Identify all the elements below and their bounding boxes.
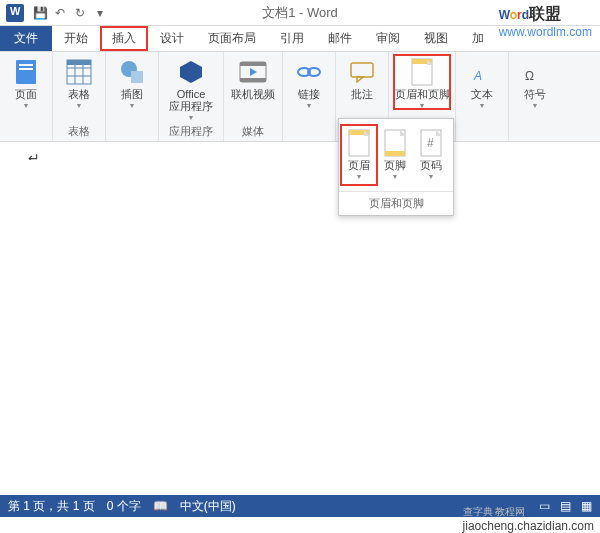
- shapes-icon: [118, 58, 146, 86]
- svg-text:Ω: Ω: [525, 69, 534, 83]
- illustrations-button[interactable]: 插图 ▾: [110, 54, 154, 110]
- svg-rect-10: [131, 71, 143, 83]
- online-video-label: 联机视频: [231, 88, 275, 100]
- page-number-icon: #: [420, 129, 442, 157]
- pages-label: 页面: [15, 88, 37, 100]
- header-footer-icon: [408, 58, 436, 86]
- svg-marker-15: [250, 68, 257, 76]
- status-proofing-icon[interactable]: 📖: [153, 499, 168, 513]
- tab-mailings[interactable]: 邮件: [316, 26, 364, 51]
- group-links: 链接 ▾: [283, 52, 336, 141]
- tab-layout[interactable]: 页面布局: [196, 26, 268, 51]
- brand-url-text: www.wordlm.com: [499, 25, 592, 39]
- tables-group-label: 表格: [68, 122, 90, 141]
- chevron-down-icon: ▾: [130, 101, 134, 110]
- chevron-down-icon: ▾: [393, 172, 397, 181]
- header-footer-dropdown: 页眉 ▾ 页脚 ▾ # 页码 ▾ 页眉和页脚: [338, 118, 454, 216]
- chevron-down-icon: ▾: [307, 101, 311, 110]
- svg-marker-11: [180, 61, 202, 83]
- links-label: 链接: [298, 88, 320, 100]
- svg-rect-18: [351, 63, 373, 77]
- tab-insert[interactable]: 插入: [100, 26, 148, 51]
- dropdown-header-button[interactable]: 页眉 ▾: [341, 125, 377, 185]
- group-symbols: Ω 符号 ▾: [509, 52, 561, 141]
- dropdown-pagenum-button[interactable]: # 页码 ▾: [413, 125, 449, 185]
- tab-design[interactable]: 设计: [148, 26, 196, 51]
- chevron-down-icon: ▾: [24, 101, 28, 110]
- dropdown-header-label: 页眉: [348, 159, 370, 171]
- pages-button[interactable]: 页面 ▾: [4, 54, 48, 110]
- link-icon: [295, 58, 323, 86]
- group-apps: Office应用程序 ▾ 应用程序: [159, 52, 224, 141]
- tab-review[interactable]: 审阅: [364, 26, 412, 51]
- table-button[interactable]: 表格 ▾: [57, 54, 101, 110]
- status-words[interactable]: 0 个字: [107, 498, 141, 515]
- tab-references[interactable]: 引用: [268, 26, 316, 51]
- symbols-button[interactable]: Ω 符号 ▾: [513, 54, 557, 110]
- comments-label: 批注: [351, 88, 373, 100]
- qat-undo-icon[interactable]: ↶: [50, 3, 70, 23]
- group-text: A 文本 ▾: [456, 52, 509, 141]
- office-apps-icon: [177, 58, 205, 86]
- ribbon: 页面 ▾ 表格 ▾ 表格 插图 ▾: [0, 52, 600, 142]
- page-footer-icon: [384, 129, 406, 157]
- illustrations-label: 插图: [121, 88, 143, 100]
- chevron-down-icon: ▾: [420, 101, 424, 110]
- svg-marker-19: [357, 77, 363, 82]
- chevron-down-icon: ▾: [357, 172, 361, 181]
- title-bar: 💾 ↶ ↻ ▾ 文档1 - Word Word联盟 www.wordlm.com: [0, 0, 600, 26]
- comments-button[interactable]: 批注: [340, 54, 384, 100]
- group-tables: 表格 ▾ 表格: [53, 52, 106, 141]
- comment-icon: [348, 58, 376, 86]
- tab-file[interactable]: 文件: [0, 26, 52, 51]
- chevron-down-icon: ▾: [480, 101, 484, 110]
- group-pages: 页面 ▾: [0, 52, 53, 141]
- chevron-down-icon: ▾: [77, 101, 81, 110]
- chevron-down-icon: ▾: [429, 172, 433, 181]
- dropdown-footer-button[interactable]: 页脚 ▾: [377, 125, 413, 185]
- table-label: 表格: [68, 88, 90, 100]
- footer-watermark: 查字典 教程网jiaocheng.chazidian.com: [463, 505, 594, 533]
- svg-text:A: A: [473, 69, 482, 83]
- header-footer-button[interactable]: 页眉和页脚 ▾: [393, 54, 451, 110]
- text-label: 文本: [471, 88, 493, 100]
- status-language[interactable]: 中文(中国): [180, 498, 236, 515]
- qat-more-icon[interactable]: ▾: [90, 3, 110, 23]
- tab-start[interactable]: 开始: [52, 26, 100, 51]
- office-apps-label: Office应用程序: [169, 88, 213, 112]
- page-header-icon: [348, 129, 370, 157]
- online-video-button[interactable]: 联机视频: [228, 54, 278, 100]
- svg-text:#: #: [427, 136, 434, 150]
- svg-rect-8: [67, 60, 91, 65]
- text-icon: A: [468, 58, 496, 86]
- office-apps-button[interactable]: Office应用程序 ▾: [163, 54, 219, 122]
- symbols-label: 符号: [524, 88, 546, 100]
- omega-icon: Ω: [521, 58, 549, 86]
- svg-rect-2: [19, 68, 33, 70]
- header-footer-label: 页眉和页脚: [395, 88, 450, 100]
- svg-rect-14: [240, 78, 266, 82]
- dropdown-footer-label: 页脚: [384, 159, 406, 171]
- video-icon: [239, 58, 267, 86]
- qat-save-icon[interactable]: 💾: [30, 3, 50, 23]
- links-button[interactable]: 链接 ▾: [287, 54, 331, 110]
- brand-word-text: Word: [499, 5, 529, 22]
- chevron-down-icon: ▾: [189, 113, 193, 122]
- dropdown-group-label: 页眉和页脚: [339, 191, 453, 215]
- apps-group-label: 应用程序: [169, 122, 213, 141]
- chevron-down-icon: ▾: [533, 101, 537, 110]
- dropdown-pagenum-label: 页码: [420, 159, 442, 171]
- table-icon: [65, 58, 93, 86]
- group-media: 联机视频 媒体: [224, 52, 283, 141]
- media-group-label: 媒体: [242, 122, 264, 141]
- group-illustrations: 插图 ▾: [106, 52, 159, 141]
- tab-view[interactable]: 视图: [412, 26, 460, 51]
- qat-redo-icon[interactable]: ↻: [70, 3, 90, 23]
- status-page[interactable]: 第 1 页，共 1 页: [8, 498, 95, 515]
- watermark-brand: Word联盟 www.wordlm.com: [491, 0, 600, 43]
- text-button[interactable]: A 文本 ▾: [460, 54, 504, 110]
- svg-rect-29: [385, 151, 405, 156]
- document-area[interactable]: [0, 160, 600, 495]
- brand-union-text: 联盟: [529, 5, 561, 22]
- word-app-icon: [6, 4, 24, 22]
